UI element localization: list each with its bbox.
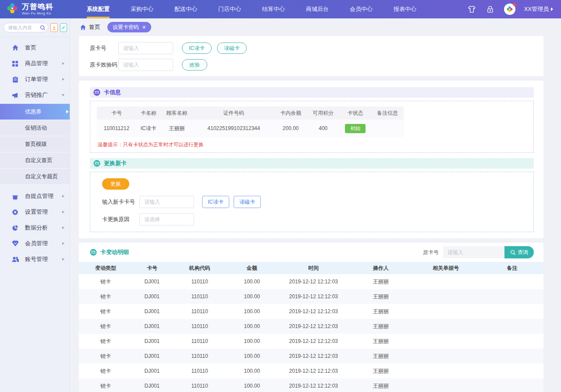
nav-item-purchase-center[interactable]: 采购中心 [120,0,164,18]
column-header: 操作人 [351,262,411,274]
change-details-title: 卡变动明细 [100,248,129,256]
home-icon [11,44,19,52]
subitem-label: 优惠券 [25,108,42,116]
sidebar-subitem-promotions[interactable]: 促销活动 [0,120,70,136]
reason-select[interactable] [139,213,194,226]
tab-set-card-password[interactable]: 设置卡密码 ✕ [107,22,151,32]
breadcrumb-home[interactable]: 首页 [80,23,100,31]
ic-read-button[interactable]: IC读卡 [202,196,229,208]
nav-item-member-center[interactable]: 会员中心 [339,0,383,18]
pin-menu-button[interactable] [50,23,58,32]
megaphone-icon [11,92,19,99]
breadcrumb-home-label: 首页 [89,23,100,31]
logo-icon [6,2,18,16]
magnetic-read-button[interactable]: 读磁卡 [217,42,247,54]
verify-button[interactable]: 效验 [182,59,207,71]
sidebar-item-members[interactable]: 会员管理 [0,236,70,251]
topbar: 万普鸣科 Wan Pu Ming Ke 系统配置 采购中心 配送中心 门店中心 … [0,0,561,18]
column-header: 可用积分 [307,106,339,120]
brand-subtitle: Wan Pu Ming Ke [22,12,53,15]
sidebar-item-label: 设置管理 [25,208,62,216]
table-row: 销卡DJ001110110100.002019-12-12 12:12:03王丽… [79,289,543,304]
table-row: 销卡DJ001110110100.002019-12-12 12:12:03王丽… [79,274,543,289]
close-icon[interactable]: ✕ [142,25,146,30]
column-header: 卡内余额 [274,106,307,120]
brand-logo[interactable]: 万普鸣科 Wan Pu Ming Ke [0,0,71,18]
nav-item-store-center[interactable]: 门店中心 [208,0,252,18]
sidebar-item-goods[interactable]: 商品管理 [0,56,70,71]
nav-item-delivery-center[interactable]: 配送中心 [164,0,208,18]
replace-button[interactable]: 更换 [102,178,129,190]
sidebar-item-orders[interactable]: 订单管理 [0,71,70,87]
user-avatar[interactable] [504,4,515,15]
table-row: 销卡DJ001110110100.002019-12-12 12:12:03王丽… [79,364,543,378]
sidebar-item-marketing[interactable]: 营销推广 [0,87,70,103]
replace-card-header: 更换新卡 [90,158,534,169]
verify-code-label: 原卡效验码 [90,61,118,69]
query-button-label: 查询 [518,249,528,256]
table-row: 销卡DJ001110110100.002019-12-12 12:12:03王丽… [79,319,543,334]
reason-row: 卡更换原因 [102,213,527,226]
search-card-input[interactable] [443,246,504,258]
diamond-icon [11,240,19,247]
chevron-down-icon [62,94,64,96]
user-menu[interactable]: XX管理员 [524,5,553,13]
table-header-row: 卡号卡名称顾客名称证件号码卡内余额可用积分卡状态备注信息 [97,106,404,120]
column-header: 机构代码 [172,262,227,274]
sidebar-item-pickup[interactable]: 自提点管理 [0,188,70,204]
original-card-input[interactable] [118,42,173,54]
change-details-header: 卡变动明细 原卡号 查询 [79,243,543,262]
chevron-right-icon [62,211,64,213]
main-content: 首页 设置卡密码 ✕ 原卡号 IC读卡 读磁卡 原卡效验码 效验 卡信息 [70,18,561,392]
clipboard-icon [11,76,19,83]
column-header: 备注信息 [371,106,404,120]
nav-item-system-config[interactable]: 系统配置 [76,0,120,18]
change-search: 原卡号 查询 [423,246,534,258]
status-badge: 初始 [345,124,366,133]
sidebar-item-analytics[interactable]: 数据分析 [0,220,70,236]
sidebar-subitem-custom-home[interactable]: 自定义首页 [0,152,70,169]
new-card-input[interactable] [139,196,194,208]
sidebar-subitem-coupons[interactable]: 优惠券 [0,104,70,120]
subitem-label: 促销活动 [25,124,47,132]
sidebar-search[interactable] [4,23,48,32]
ic-read-button[interactable]: IC读卡 [182,42,212,54]
lock-icon[interactable] [486,4,495,14]
chevron-right-icon [62,226,64,229]
query-button[interactable]: 查询 [504,246,534,258]
column-header: 备注 [481,262,543,274]
table-row: 销卡DJ001110110100.002019-12-12 12:12:03王丽… [79,334,543,349]
collapse-menu-button[interactable] [60,23,67,32]
gear-icon [11,208,19,216]
nav-item-mall-backend[interactable]: 商城后台 [295,0,339,18]
original-card-label: 原卡号 [90,45,118,52]
nav-item-report-center[interactable]: 报表中心 [383,0,427,18]
change-details-title-wrap: 卡变动明细 [90,248,129,256]
chevron-right-icon [62,78,64,81]
sidebar-item-home[interactable]: 首页 [0,40,70,56]
sidebar-subitem-home-template[interactable]: 首页模版 [0,136,70,152]
tshirt-icon[interactable] [467,4,477,14]
sidebar-item-accounts[interactable]: 账号管理 [0,251,70,267]
card-lookup: 原卡号 IC读卡 读磁卡 原卡效验码 效验 [79,36,543,76]
tab-label: 设置卡密码 [113,24,139,31]
column-header: 金额 [227,262,276,274]
magnetic-read-button[interactable]: 读磁卡 [234,196,261,208]
sidebar-item-label: 会员管理 [25,240,62,247]
column-header: 卡号 [132,262,172,274]
nav-item-settlement-center[interactable]: 结算中心 [252,0,295,18]
change-details-table: 变动类型卡号机构代码金额时间操作人相关单据号备注 销卡DJ00111011010… [79,262,543,392]
verify-code-input[interactable] [118,59,173,71]
table-row: 110011212IC读卡王丽丽410225199102312344200.00… [97,120,404,137]
search-group: 查询 [443,246,534,258]
sidebar-item-settings[interactable]: 设置管理 [0,204,70,220]
search-card-label: 原卡号 [423,249,439,256]
replace-card-panel: 更换 输入新卡卡号 IC读卡 读磁卡 卡更换原因 [90,172,534,232]
subitem-label: 自定义首页 [25,157,53,164]
table-header-row: 变动类型卡号机构代码金额时间操作人相关单据号备注 [79,262,543,274]
column-header: 卡号 [97,106,136,120]
brand-text: 万普鸣科 Wan Pu Ming Ke [22,3,53,15]
sidebar-subitem-custom-topic[interactable]: 自定义专题页 [0,169,70,185]
column-header: 卡名称 [136,106,161,120]
sidebar: 首页 商品管理 订单管理 [0,18,70,392]
